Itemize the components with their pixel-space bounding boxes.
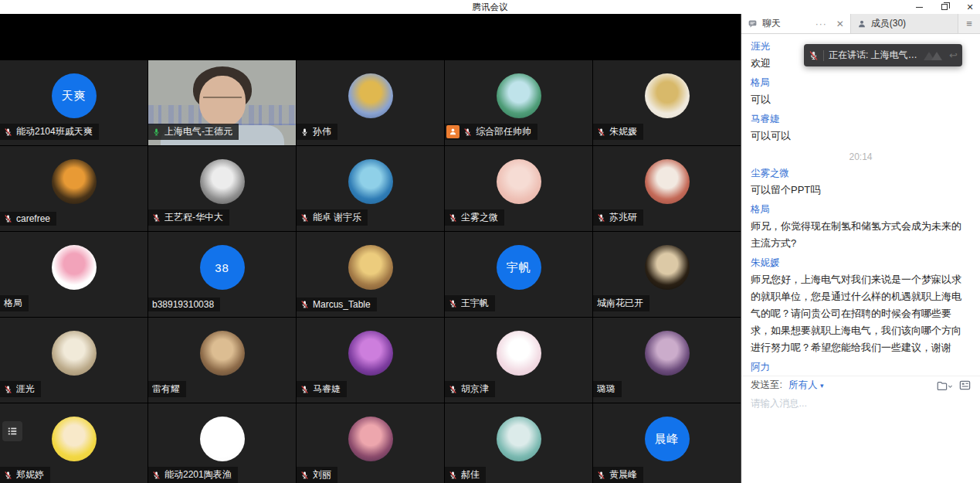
chat-input[interactable] (751, 398, 971, 409)
mic-muted-icon (300, 213, 309, 223)
chat-message-sender: 朱妮媛 (751, 257, 971, 270)
avatar (52, 331, 97, 376)
chat-message-sender: 格局 (751, 203, 971, 216)
avatar (348, 159, 393, 204)
participant-list-toggle-button[interactable] (2, 421, 22, 441)
video-tile[interactable]: 刘丽 (297, 403, 444, 483)
participant-name: 刘丽 (313, 468, 331, 481)
avatar (348, 245, 393, 290)
video-tile[interactable]: 王艺程-华中大 (148, 146, 296, 231)
minimize-button[interactable] (914, 2, 924, 12)
chat-history-folder-button[interactable] (936, 380, 953, 391)
participant-name-label: 上海电气-王德元 (148, 124, 239, 140)
video-tile[interactable]: 晨峰 黄晨峰 (593, 403, 741, 483)
mic-on-icon (300, 128, 309, 137)
avatar (645, 73, 690, 118)
video-tile[interactable]: 上海电气-王德元 (148, 60, 296, 145)
participant-name-label: 雷有耀 (148, 381, 186, 397)
window-controls: ✕ (914, 0, 975, 14)
participant-name: carefree (16, 213, 50, 224)
titlebar: 腾讯会议 ✕ (0, 0, 980, 14)
avatar (52, 245, 97, 290)
avatar (348, 331, 393, 376)
video-tile[interactable]: 能卓 谢宇乐 (297, 146, 444, 231)
participant-name-label: 涯光 (0, 381, 41, 397)
panel-menu-button[interactable]: ≡ (958, 14, 980, 33)
video-tile[interactable]: 马睿婕 (297, 318, 444, 403)
participant-name-label: 格局 (0, 295, 29, 311)
participant-name: 苏兆研 (609, 211, 637, 224)
tab-chat-label: 聊天 (762, 17, 781, 30)
avatar (645, 159, 690, 204)
chat-close-button[interactable]: ✕ (836, 19, 844, 29)
overlay-logo-icon (923, 49, 944, 61)
video-tile[interactable]: 郝佳 (445, 403, 592, 483)
avatar (52, 417, 97, 461)
mic-speaking-icon (152, 128, 161, 137)
participant-name-label: 朱妮媛 (593, 124, 643, 140)
chat-message-text: 师兄，你觉得现在制氢和储氢方式会成为未来的主流方式? (751, 218, 971, 252)
avatar (52, 159, 97, 204)
participant-name: 胡京津 (461, 383, 489, 396)
mic-muted-icon (4, 385, 12, 394)
participant-grid: 天爽 能动2104班戚天爽 上海电气-王德元 孙伟 综合部任帅帅 朱妮媛 (0, 60, 741, 483)
mic-muted-icon (4, 214, 12, 223)
video-tile[interactable]: 苏兆研 (593, 146, 741, 231)
participant-name-label: 能动2104班戚天爽 (0, 124, 99, 140)
mic-muted-icon (449, 213, 457, 223)
mic-muted-icon (809, 50, 819, 61)
chat-message-list[interactable]: 涯光欢迎格局可以马睿婕可以可以20:14尘雾之微可以留个PPT吗格局师兄，你觉得… (741, 34, 980, 376)
video-tile[interactable]: 涯光 (0, 318, 148, 403)
webcam-person-glasses (203, 97, 242, 104)
video-tile[interactable]: 城南花已开 (593, 232, 741, 317)
mic-muted-icon (300, 385, 309, 394)
participant-name: 孙伟 (313, 125, 331, 138)
participant-name-label: 孙伟 (297, 124, 337, 140)
video-tile[interactable]: 璐璐 (593, 318, 741, 403)
video-tile[interactable]: 胡京津 (445, 318, 592, 403)
video-tile[interactable]: 孙伟 (297, 60, 444, 145)
video-tile[interactable]: 格局 (0, 232, 148, 317)
video-tile[interactable]: Marcus_Table (297, 232, 444, 317)
participant-name: 尘雾之微 (461, 211, 498, 224)
main-area: 天爽 能动2104班戚天爽 上海电气-王德元 孙伟 综合部任帅帅 朱妮媛 (0, 14, 980, 483)
video-tile[interactable]: 天爽 能动2104班戚天爽 (0, 60, 148, 145)
mic-muted-icon (597, 128, 605, 137)
mic-muted-icon (449, 471, 457, 480)
mic-muted-icon (449, 299, 457, 308)
avatar: 天爽 (52, 73, 97, 118)
participant-name: 马睿婕 (313, 383, 341, 396)
chat-message-sender: 阿力 (751, 361, 971, 374)
image-card-button[interactable] (959, 379, 971, 391)
participant-name: 郑妮婷 (16, 468, 44, 481)
chat-message-text: 可以可以 (751, 128, 971, 145)
tab-chat[interactable]: 聊天 ··· ✕ (741, 14, 851, 33)
video-tile[interactable]: 宇帆 王宇帆 (445, 232, 592, 317)
participant-name: 黄晨峰 (609, 468, 637, 481)
chat-message-sender: 尘雾之微 (751, 167, 971, 180)
chat-tab-bar: 聊天 ··· ✕ 成员(30) ≡ (741, 14, 980, 34)
participant-name-label: 王宇帆 (445, 295, 495, 311)
video-tile[interactable]: 能动2201陶表渔 (148, 403, 296, 483)
send-to-selector[interactable]: 所有人 ▾ (788, 379, 824, 392)
mic-muted-icon (4, 128, 12, 137)
video-tile[interactable]: 综合部任帅帅 (445, 60, 592, 145)
participant-name: Marcus_Table (313, 299, 371, 310)
video-tile[interactable]: 尘雾之微 (445, 146, 592, 231)
video-tile[interactable]: 郑妮婷 (0, 403, 148, 483)
tab-members[interactable]: 成员(30) (851, 14, 958, 33)
video-tile[interactable]: carefree (0, 146, 148, 231)
close-button[interactable]: ✕ (965, 2, 975, 12)
video-tile[interactable]: 38b38919310038 (148, 232, 296, 317)
app-window: 腾讯会议 ✕ 天爽 能动2104班戚天爽 上海电气-王德元 孙伟 (0, 0, 980, 483)
video-tile[interactable]: 朱妮媛 (593, 60, 741, 145)
chat-message-text: 可以 (751, 91, 971, 108)
participant-name-label: 马睿婕 (297, 381, 347, 397)
chat-more-button[interactable]: ··· (816, 19, 827, 29)
restore-button[interactable] (939, 2, 950, 12)
participant-name-label: 璐璐 (593, 381, 622, 397)
tab-members-label: 成员(30) (871, 17, 906, 30)
avatar (645, 245, 690, 290)
avatar (497, 73, 541, 118)
video-tile[interactable]: 雷有耀 (148, 318, 296, 403)
